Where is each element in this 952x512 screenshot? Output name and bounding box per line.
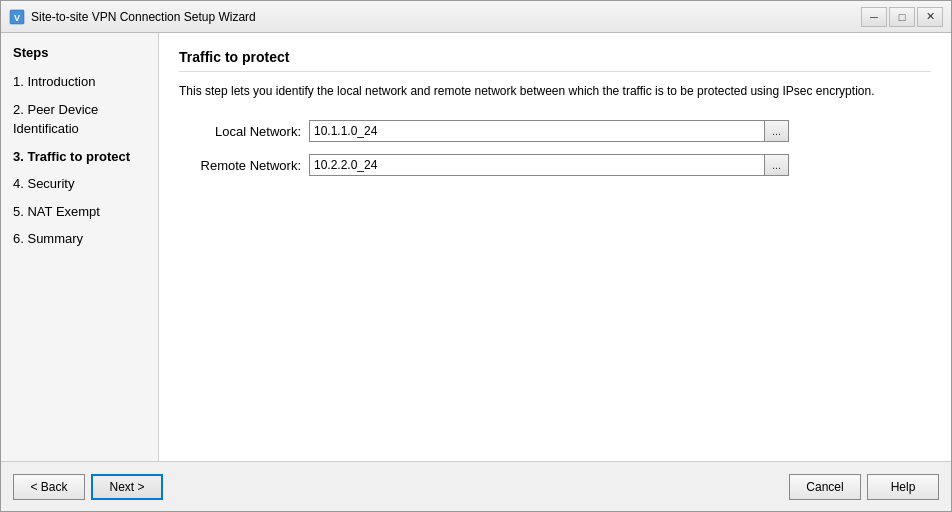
title-bar-left: V Site-to-site VPN Connection Setup Wiza… (9, 9, 256, 25)
local-network-label: Local Network: (179, 124, 309, 139)
local-network-row: Local Network: ... (179, 120, 931, 142)
sidebar-item-number: 3. (13, 149, 24, 164)
title-bar: V Site-to-site VPN Connection Setup Wiza… (1, 1, 951, 33)
sidebar-item-introduction[interactable]: 1. Introduction (1, 68, 158, 96)
remote-network-input[interactable] (309, 154, 765, 176)
remote-network-row: Remote Network: ... (179, 154, 931, 176)
sidebar-item-label: Introduction (27, 74, 95, 89)
minimize-button[interactable]: ─ (861, 7, 887, 27)
main-content: Traffic to protect This step lets you id… (159, 33, 951, 461)
sidebar-item-label: Peer Device Identificatio (13, 102, 98, 137)
footer-right: Cancel Help (789, 474, 939, 500)
next-button[interactable]: Next > (91, 474, 163, 500)
section-title: Traffic to protect (179, 49, 931, 72)
cancel-button[interactable]: Cancel (789, 474, 861, 500)
sidebar-item-label: Traffic to protect (27, 149, 130, 164)
sidebar: Steps 1. Introduction 2. Peer Device Ide… (1, 33, 159, 461)
svg-text:V: V (14, 13, 20, 23)
footer-left: < Back Next > (13, 474, 163, 500)
wizard-window: V Site-to-site VPN Connection Setup Wiza… (0, 0, 952, 512)
sidebar-item-number: 1. (13, 74, 24, 89)
local-network-input-group: ... (309, 120, 789, 142)
sidebar-item-number: 6. (13, 231, 24, 246)
sidebar-item-number: 2. (13, 102, 24, 117)
local-network-input[interactable] (309, 120, 765, 142)
remote-network-input-group: ... (309, 154, 789, 176)
sidebar-item-nat-exempt[interactable]: 5. NAT Exempt (1, 198, 158, 226)
remote-network-browse-button[interactable]: ... (765, 154, 789, 176)
sidebar-item-number: 5. (13, 204, 24, 219)
sidebar-item-summary[interactable]: 6. Summary (1, 225, 158, 253)
window-icon: V (9, 9, 25, 25)
content-area: Steps 1. Introduction 2. Peer Device Ide… (1, 33, 951, 461)
sidebar-item-security[interactable]: 4. Security (1, 170, 158, 198)
back-button[interactable]: < Back (13, 474, 85, 500)
sidebar-item-number: 4. (13, 176, 24, 191)
window-title: Site-to-site VPN Connection Setup Wizard (31, 10, 256, 24)
sidebar-item-label: Security (27, 176, 74, 191)
sidebar-item-peer-device[interactable]: 2. Peer Device Identificatio (1, 96, 158, 143)
footer: < Back Next > Cancel Help (1, 461, 951, 511)
sidebar-header: Steps (1, 45, 158, 68)
sidebar-item-label: Summary (27, 231, 83, 246)
help-button[interactable]: Help (867, 474, 939, 500)
description: This step lets you identify the local ne… (179, 82, 931, 100)
title-controls: ─ □ ✕ (861, 7, 943, 27)
sidebar-item-label: NAT Exempt (27, 204, 99, 219)
close-button[interactable]: ✕ (917, 7, 943, 27)
remote-network-label: Remote Network: (179, 158, 309, 173)
sidebar-item-traffic[interactable]: 3. Traffic to protect (1, 143, 158, 171)
local-network-browse-button[interactable]: ... (765, 120, 789, 142)
maximize-button[interactable]: □ (889, 7, 915, 27)
